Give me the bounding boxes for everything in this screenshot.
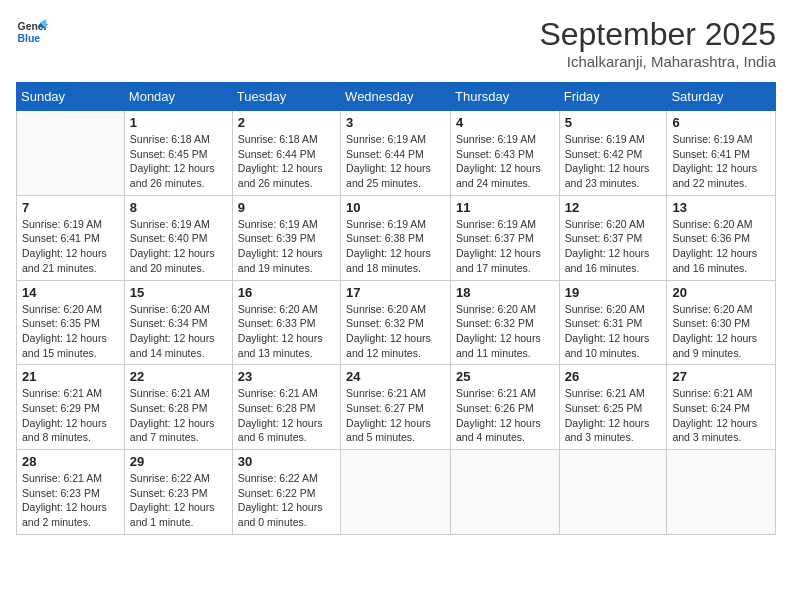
sunrise-time: Sunrise: 6:21 AM	[238, 386, 335, 401]
sunset-time: Sunset: 6:24 PM	[672, 401, 770, 416]
sunset-time: Sunset: 6:30 PM	[672, 316, 770, 331]
calendar-cell: 29Sunrise: 6:22 AMSunset: 6:23 PMDayligh…	[124, 450, 232, 535]
daylight-hours: Daylight: 12 hours and 3 minutes.	[565, 416, 662, 445]
sunset-time: Sunset: 6:33 PM	[238, 316, 335, 331]
day-number: 25	[456, 369, 554, 384]
sunrise-time: Sunrise: 6:21 AM	[672, 386, 770, 401]
sunrise-time: Sunrise: 6:20 AM	[346, 302, 445, 317]
sunrise-time: Sunrise: 6:20 AM	[672, 217, 770, 232]
day-info: Sunrise: 6:21 AMSunset: 6:27 PMDaylight:…	[346, 386, 445, 445]
calendar-cell: 17Sunrise: 6:20 AMSunset: 6:32 PMDayligh…	[341, 280, 451, 365]
day-number: 12	[565, 200, 662, 215]
day-number: 4	[456, 115, 554, 130]
calendar-cell: 26Sunrise: 6:21 AMSunset: 6:25 PMDayligh…	[559, 365, 667, 450]
day-number: 24	[346, 369, 445, 384]
day-number: 14	[22, 285, 119, 300]
sunrise-time: Sunrise: 6:21 AM	[22, 386, 119, 401]
day-number: 13	[672, 200, 770, 215]
sunrise-time: Sunrise: 6:19 AM	[346, 217, 445, 232]
sunset-time: Sunset: 6:23 PM	[130, 486, 227, 501]
daylight-hours: Daylight: 12 hours and 22 minutes.	[672, 161, 770, 190]
sunset-time: Sunset: 6:44 PM	[346, 147, 445, 162]
daylight-hours: Daylight: 12 hours and 7 minutes.	[130, 416, 227, 445]
day-info: Sunrise: 6:22 AMSunset: 6:22 PMDaylight:…	[238, 471, 335, 530]
weekday-header-thursday: Thursday	[451, 83, 560, 111]
sunset-time: Sunset: 6:36 PM	[672, 231, 770, 246]
calendar-cell: 23Sunrise: 6:21 AMSunset: 6:28 PMDayligh…	[232, 365, 340, 450]
calendar-cell: 20Sunrise: 6:20 AMSunset: 6:30 PMDayligh…	[667, 280, 776, 365]
sunset-time: Sunset: 6:41 PM	[672, 147, 770, 162]
weekday-header-row: SundayMondayTuesdayWednesdayThursdayFrid…	[17, 83, 776, 111]
sunrise-time: Sunrise: 6:19 AM	[456, 217, 554, 232]
sunrise-time: Sunrise: 6:20 AM	[565, 217, 662, 232]
calendar-cell: 8Sunrise: 6:19 AMSunset: 6:40 PMDaylight…	[124, 195, 232, 280]
day-number: 3	[346, 115, 445, 130]
sunset-time: Sunset: 6:43 PM	[456, 147, 554, 162]
calendar-cell: 7Sunrise: 6:19 AMSunset: 6:41 PMDaylight…	[17, 195, 125, 280]
calendar-cell: 16Sunrise: 6:20 AMSunset: 6:33 PMDayligh…	[232, 280, 340, 365]
day-number: 30	[238, 454, 335, 469]
sunrise-time: Sunrise: 6:22 AM	[130, 471, 227, 486]
sunrise-time: Sunrise: 6:19 AM	[130, 217, 227, 232]
daylight-hours: Daylight: 12 hours and 10 minutes.	[565, 331, 662, 360]
day-number: 8	[130, 200, 227, 215]
day-info: Sunrise: 6:22 AMSunset: 6:23 PMDaylight:…	[130, 471, 227, 530]
daylight-hours: Daylight: 12 hours and 6 minutes.	[238, 416, 335, 445]
day-info: Sunrise: 6:18 AMSunset: 6:45 PMDaylight:…	[130, 132, 227, 191]
calendar-cell: 22Sunrise: 6:21 AMSunset: 6:28 PMDayligh…	[124, 365, 232, 450]
calendar-cell: 9Sunrise: 6:19 AMSunset: 6:39 PMDaylight…	[232, 195, 340, 280]
calendar-cell: 27Sunrise: 6:21 AMSunset: 6:24 PMDayligh…	[667, 365, 776, 450]
daylight-hours: Daylight: 12 hours and 8 minutes.	[22, 416, 119, 445]
sunset-time: Sunset: 6:38 PM	[346, 231, 445, 246]
location-subtitle: Ichalkaranji, Maharashtra, India	[539, 53, 776, 70]
sunset-time: Sunset: 6:27 PM	[346, 401, 445, 416]
sunset-time: Sunset: 6:25 PM	[565, 401, 662, 416]
weekday-header-wednesday: Wednesday	[341, 83, 451, 111]
daylight-hours: Daylight: 12 hours and 3 minutes.	[672, 416, 770, 445]
day-info: Sunrise: 6:19 AMSunset: 6:39 PMDaylight:…	[238, 217, 335, 276]
calendar-cell: 28Sunrise: 6:21 AMSunset: 6:23 PMDayligh…	[17, 450, 125, 535]
day-info: Sunrise: 6:20 AMSunset: 6:37 PMDaylight:…	[565, 217, 662, 276]
daylight-hours: Daylight: 12 hours and 14 minutes.	[130, 331, 227, 360]
day-number: 11	[456, 200, 554, 215]
calendar-cell: 3Sunrise: 6:19 AMSunset: 6:44 PMDaylight…	[341, 111, 451, 196]
calendar-cell	[667, 450, 776, 535]
daylight-hours: Daylight: 12 hours and 11 minutes.	[456, 331, 554, 360]
weekday-header-tuesday: Tuesday	[232, 83, 340, 111]
sunset-time: Sunset: 6:37 PM	[565, 231, 662, 246]
sunrise-time: Sunrise: 6:19 AM	[22, 217, 119, 232]
day-info: Sunrise: 6:19 AMSunset: 6:42 PMDaylight:…	[565, 132, 662, 191]
day-info: Sunrise: 6:20 AMSunset: 6:34 PMDaylight:…	[130, 302, 227, 361]
day-number: 6	[672, 115, 770, 130]
day-number: 23	[238, 369, 335, 384]
day-info: Sunrise: 6:19 AMSunset: 6:37 PMDaylight:…	[456, 217, 554, 276]
day-info: Sunrise: 6:21 AMSunset: 6:26 PMDaylight:…	[456, 386, 554, 445]
weekday-header-monday: Monday	[124, 83, 232, 111]
daylight-hours: Daylight: 12 hours and 21 minutes.	[22, 246, 119, 275]
calendar-cell: 12Sunrise: 6:20 AMSunset: 6:37 PMDayligh…	[559, 195, 667, 280]
sunrise-time: Sunrise: 6:22 AM	[238, 471, 335, 486]
calendar-cell: 21Sunrise: 6:21 AMSunset: 6:29 PMDayligh…	[17, 365, 125, 450]
daylight-hours: Daylight: 12 hours and 12 minutes.	[346, 331, 445, 360]
daylight-hours: Daylight: 12 hours and 23 minutes.	[565, 161, 662, 190]
sunset-time: Sunset: 6:28 PM	[238, 401, 335, 416]
calendar-cell: 1Sunrise: 6:18 AMSunset: 6:45 PMDaylight…	[124, 111, 232, 196]
sunrise-time: Sunrise: 6:20 AM	[130, 302, 227, 317]
calendar-cell	[559, 450, 667, 535]
daylight-hours: Daylight: 12 hours and 4 minutes.	[456, 416, 554, 445]
month-title: September 2025	[539, 16, 776, 53]
sunrise-time: Sunrise: 6:20 AM	[672, 302, 770, 317]
calendar-cell: 24Sunrise: 6:21 AMSunset: 6:27 PMDayligh…	[341, 365, 451, 450]
daylight-hours: Daylight: 12 hours and 26 minutes.	[238, 161, 335, 190]
sunset-time: Sunset: 6:44 PM	[238, 147, 335, 162]
sunset-time: Sunset: 6:40 PM	[130, 231, 227, 246]
day-number: 7	[22, 200, 119, 215]
sunset-time: Sunset: 6:28 PM	[130, 401, 227, 416]
sunset-time: Sunset: 6:37 PM	[456, 231, 554, 246]
sunrise-time: Sunrise: 6:19 AM	[456, 132, 554, 147]
weekday-header-sunday: Sunday	[17, 83, 125, 111]
sunset-time: Sunset: 6:41 PM	[22, 231, 119, 246]
daylight-hours: Daylight: 12 hours and 24 minutes.	[456, 161, 554, 190]
week-row-4: 21Sunrise: 6:21 AMSunset: 6:29 PMDayligh…	[17, 365, 776, 450]
daylight-hours: Daylight: 12 hours and 13 minutes.	[238, 331, 335, 360]
